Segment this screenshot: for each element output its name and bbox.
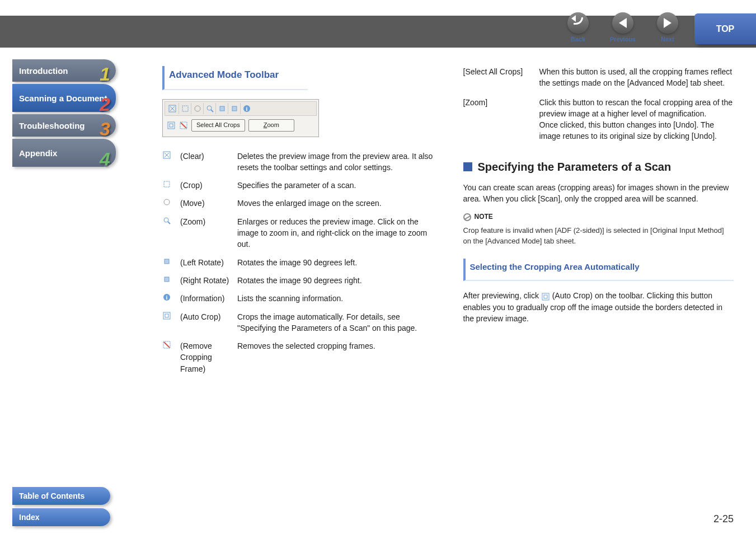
row-label: (Clear) (180, 151, 233, 174)
row-text: Removes the selected cropping frames. (237, 340, 433, 374)
sidebar-item-appendix[interactable]: Appendix 4 (12, 139, 116, 167)
note-icon (463, 213, 471, 221)
crop-icon (162, 180, 171, 189)
back-button[interactable]: Back (565, 12, 591, 43)
svg-text:i: i (166, 294, 168, 301)
crop-icon (179, 103, 191, 114)
paragraph: After previewing, click (Auto Crop) on t… (463, 290, 734, 324)
auto-crop-icon (162, 311, 171, 320)
row-label: (Move) (180, 198, 233, 209)
square-bullet-icon (463, 162, 472, 171)
row-label: (Zoom) (180, 216, 233, 250)
row-text: Rotates the image 90 degrees right. (237, 275, 433, 286)
back-icon (567, 12, 589, 34)
index-button[interactable]: Index (12, 508, 110, 526)
zoom-button: Zoom (248, 119, 294, 132)
svg-line-21 (168, 222, 170, 224)
row-label: (Right Rotate) (180, 275, 233, 286)
toolbar-description-table: (Clear) Deletes the preview image from t… (162, 151, 433, 374)
row-text: Enlarges or reduces the preview image. C… (237, 216, 433, 250)
svg-rect-11 (168, 122, 175, 129)
remove-crop-icon (162, 340, 171, 349)
svg-rect-30 (542, 293, 549, 300)
previous-label: Previous (609, 36, 636, 43)
bottom-tabs: Table of Contents Index (12, 484, 110, 526)
svg-rect-12 (170, 124, 173, 127)
svg-text:i: i (246, 106, 247, 112)
svg-point-5 (207, 106, 212, 110)
svg-point-4 (195, 106, 200, 111)
left-rotate-icon (162, 257, 171, 266)
svg-rect-8 (232, 106, 237, 111)
content: Advanced Mode Toolbar i Select All Crops… (162, 66, 734, 374)
clear-icon (162, 151, 171, 160)
zoom-icon (162, 216, 171, 225)
next-label: Next (654, 36, 681, 43)
note-text: Crop feature is invalid when [ADF (2-sid… (463, 226, 734, 247)
row-text: Lists the scanning information. (237, 293, 433, 304)
definition-table: [Select All Crops] When this button is u… (463, 66, 734, 142)
svg-rect-7 (220, 106, 224, 111)
sidebar-label: Introduction (19, 66, 68, 76)
left-column: Advanced Mode Toolbar i Select All Crops… (162, 66, 433, 374)
previous-icon (612, 12, 633, 34)
row-text: Deletes the preview image from the previ… (237, 151, 433, 174)
sidebar-chapter-number: 2 (100, 93, 110, 115)
h2-text: Specifying the Parameters of a Scan (478, 161, 672, 173)
top-button[interactable]: TOP (694, 13, 756, 44)
svg-rect-3 (182, 106, 188, 111)
information-icon: i (162, 293, 171, 302)
sidebar-item-troubleshooting[interactable]: Troubleshooting 3 (12, 114, 116, 137)
row-text: Moves the enlarged image on the screen. (237, 198, 433, 209)
def-key: [Zoom] (463, 97, 536, 142)
def-key: [Select All Crops] (463, 66, 536, 89)
top-nav: Back Previous Next TOP (556, 12, 756, 43)
svg-line-14 (181, 123, 186, 128)
auto-crop-icon (541, 292, 550, 301)
sidebar-item-introduction[interactable]: Introduction 1 (12, 59, 116, 82)
subsection-heading: Selecting the Cropping Area Automaticall… (463, 259, 734, 281)
sidebar-label: Troubleshooting (19, 121, 85, 130)
svg-rect-18 (164, 181, 170, 187)
svg-point-20 (164, 218, 168, 222)
clear-icon (166, 103, 179, 114)
text-span: After previewing, click (463, 291, 541, 300)
svg-rect-31 (544, 295, 547, 298)
row-text: Rotates the image 90 degrees left. (237, 257, 433, 268)
toolbar-screenshot: i Select All Crops Zoom (162, 99, 319, 137)
row-label: (Auto Crop) (180, 311, 233, 334)
move-icon (162, 198, 171, 207)
sidebar-chapter-number: 3 (100, 118, 110, 140)
paragraph: You can create scan areas (cropping area… (463, 182, 734, 205)
sidebar-item-scanning[interactable]: Scanning a Document 2 (12, 84, 116, 112)
left-rotate-icon (215, 103, 228, 114)
row-text: Crops the image automatically. For detai… (237, 311, 433, 334)
previous-button[interactable]: Previous (609, 12, 636, 43)
svg-rect-22 (165, 259, 169, 264)
move-icon (191, 103, 203, 114)
row-text: Specifies the parameter of a scan. (237, 180, 433, 191)
svg-point-19 (164, 199, 170, 205)
page-number: 2-25 (713, 513, 734, 525)
svg-rect-27 (165, 314, 168, 317)
sidebar-label: Appendix (19, 148, 57, 158)
select-all-crops-button: Select All Crops (191, 119, 245, 132)
sidebar-chapter-number: 1 (100, 63, 110, 85)
auto-crop-icon (167, 121, 176, 130)
remove-crop-icon (179, 121, 188, 130)
right-rotate-icon (228, 103, 240, 114)
sidebar: Introduction 1 Scanning a Document 2 Tro… (12, 59, 123, 169)
svg-line-29 (164, 342, 170, 348)
next-button[interactable]: Next (654, 12, 681, 43)
sidebar-label: Scanning a Document (19, 93, 107, 103)
def-value: When this button is used, all the croppi… (539, 66, 734, 89)
svg-rect-23 (165, 277, 169, 282)
right-rotate-icon (162, 275, 171, 284)
row-label: (Crop) (180, 180, 233, 191)
back-label: Back (565, 36, 591, 43)
section-heading: Advanced Mode Toolbar (162, 66, 308, 90)
note-header: NOTE (463, 212, 734, 222)
note-label: NOTE (475, 212, 493, 222)
next-icon (657, 12, 678, 34)
toc-button[interactable]: Table of Contents (12, 487, 110, 505)
